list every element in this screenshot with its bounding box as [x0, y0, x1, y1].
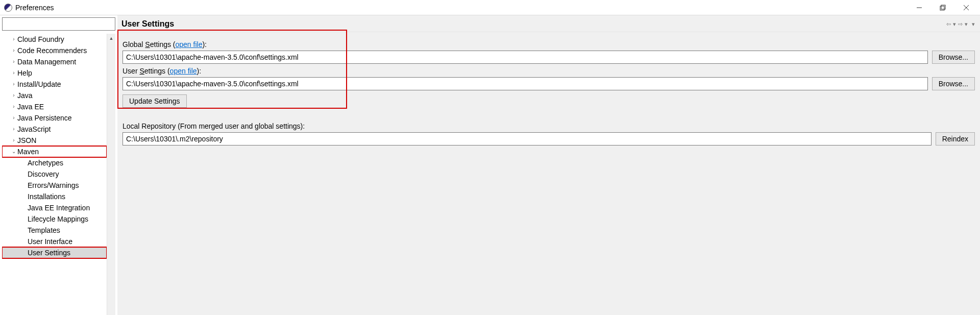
tree-item-java[interactable]: ›Java [2, 90, 107, 101]
tree-item-install-update[interactable]: ›Install/Update [2, 79, 107, 90]
close-button[interactable] [954, 0, 978, 15]
tree-item-java-ee-integration[interactable]: Java EE Integration [2, 202, 107, 213]
tree-item-user-settings[interactable]: User Settings [2, 247, 107, 258]
tree-item-help[interactable]: ›Help [2, 67, 107, 79]
svg-rect-2 [941, 5, 945, 9]
chevron-right-icon[interactable]: › [10, 34, 17, 45]
reindex-button[interactable]: Reindex [936, 132, 975, 146]
settings-content: Global Settings (open file): Browse... U… [117, 32, 980, 146]
user-label-pre: User [122, 67, 139, 75]
window-titlebar: Preferences [0, 0, 980, 15]
chevron-right-icon[interactable]: › [10, 45, 17, 56]
tree-item-data-management[interactable]: ›Data Management [2, 56, 107, 67]
user-label-mnemonic: S [139, 67, 144, 75]
chevron-right-icon[interactable]: › [10, 67, 17, 79]
tree-item-maven[interactable]: ⌄Maven [2, 146, 107, 157]
tree-item-label: Data Management [17, 56, 76, 67]
user-settings-input[interactable] [122, 77, 928, 90]
tree-item-java-ee[interactable]: ›Java EE [2, 101, 107, 112]
tree-item-label: User Interface [28, 236, 72, 247]
menu-dropdown-icon[interactable]: ▾ [971, 21, 976, 28]
chevron-right-icon[interactable]: › [10, 135, 17, 146]
tree-item-lifecycle-mappings[interactable]: Lifecycle Mappings [2, 213, 107, 225]
tree-item-label: Java [17, 90, 33, 101]
chevron-right-icon[interactable]: › [10, 90, 17, 101]
tree-item-label: Java Persistence [17, 112, 72, 124]
tree-item-label: JavaScript [17, 124, 51, 135]
tree-item-label: Installations [28, 191, 65, 202]
filter-input[interactable] [2, 17, 115, 31]
chevron-right-icon[interactable]: › [10, 112, 17, 124]
tree-item-json[interactable]: ›JSON [2, 135, 107, 146]
user-settings-label: User Settings (open file): [122, 67, 975, 75]
global-browse-button[interactable]: Browse... [932, 51, 975, 64]
header-nav-icons: ⇦ ▾ ⇨ ▾ ▾ [945, 21, 976, 28]
user-label-post: ettings ( [144, 67, 170, 75]
tree-item-label: Cloud Foundry [17, 34, 64, 45]
tree-item-label: JSON [17, 135, 36, 146]
back-dropdown-icon[interactable]: ▾ [952, 21, 957, 28]
back-icon[interactable]: ⇦ [945, 21, 952, 28]
chevron-right-icon[interactable]: › [10, 124, 17, 135]
minimize-button[interactable] [908, 0, 931, 15]
local-repo-input[interactable] [122, 132, 932, 146]
tree-item-label: Java EE Integration [28, 202, 90, 213]
global-settings-input[interactable] [122, 51, 928, 64]
chevron-right-icon[interactable]: › [10, 79, 17, 90]
tree-item-java-persistence[interactable]: ›Java Persistence [2, 112, 107, 124]
tree-item-errors-warnings[interactable]: Errors/Warnings [2, 180, 107, 191]
tree-item-label: Errors/Warnings [28, 180, 79, 191]
tree-item-cloud-foundry[interactable]: ›Cloud Foundry [2, 34, 107, 45]
forward-icon[interactable]: ⇨ [957, 21, 964, 28]
tree-scrollbar[interactable]: ▲ [107, 34, 115, 315]
global-label-close: ): [202, 40, 207, 49]
chevron-right-icon[interactable]: › [10, 101, 17, 112]
forward-dropdown-icon[interactable]: ▾ [964, 21, 969, 28]
preference-tree[interactable]: ›Cloud Foundry›Code Recommenders›Data Ma… [2, 34, 107, 315]
tree-item-javascript[interactable]: ›JavaScript [2, 124, 107, 135]
user-open-file-link[interactable]: open file [170, 67, 197, 75]
chevron-right-icon[interactable]: › [10, 56, 17, 67]
global-label-post: ettings ( [150, 40, 176, 49]
user-browse-button[interactable]: Browse... [932, 77, 975, 90]
maximize-button[interactable] [931, 0, 954, 15]
tree-item-label: User Settings [28, 247, 70, 258]
tree-item-user-interface[interactable]: User Interface [2, 236, 107, 247]
scroll-up-icon[interactable]: ▲ [107, 34, 115, 42]
tree-item-label: Java EE [17, 101, 44, 112]
global-settings-label: Global Settings (open file): [122, 40, 975, 49]
tree-item-code-recommenders[interactable]: ›Code Recommenders [2, 45, 107, 56]
tree-item-archetypes[interactable]: Archetypes [2, 157, 107, 168]
tree-item-label: Maven [17, 146, 39, 157]
global-label-pre: Global [122, 40, 145, 49]
tree-item-label: Code Recommenders [17, 45, 87, 56]
tree-item-label: Discovery [28, 168, 59, 180]
tree-item-label: Help [17, 67, 32, 79]
tree-item-label: Install/Update [17, 79, 61, 90]
local-repo-label: Local Repository (From merged user and g… [122, 122, 975, 130]
update-settings-button[interactable]: Update Settings [122, 94, 187, 108]
user-label-close: ): [197, 67, 202, 75]
chevron-down-icon[interactable]: ⌄ [10, 146, 17, 157]
tree-item-installations[interactable]: Installations [2, 191, 107, 202]
tree-item-discovery[interactable]: Discovery [2, 168, 107, 180]
tree-item-label: Templates [28, 225, 60, 236]
main-panel: User Settings ⇦ ▾ ⇨ ▾ ▾ Global Settings … [117, 15, 980, 315]
window-title: Preferences [15, 4, 54, 12]
app-icon [4, 4, 12, 12]
global-label-mnemonic: S [145, 40, 150, 49]
sidebar: ›Cloud Foundry›Code Recommenders›Data Ma… [0, 15, 117, 315]
tree-item-templates[interactable]: Templates [2, 225, 107, 236]
global-open-file-link[interactable]: open file [176, 40, 203, 49]
page-title: User Settings [121, 19, 174, 29]
svg-rect-1 [940, 6, 944, 10]
tree-item-label: Lifecycle Mappings [28, 213, 88, 225]
tree-item-label: Archetypes [28, 157, 63, 168]
